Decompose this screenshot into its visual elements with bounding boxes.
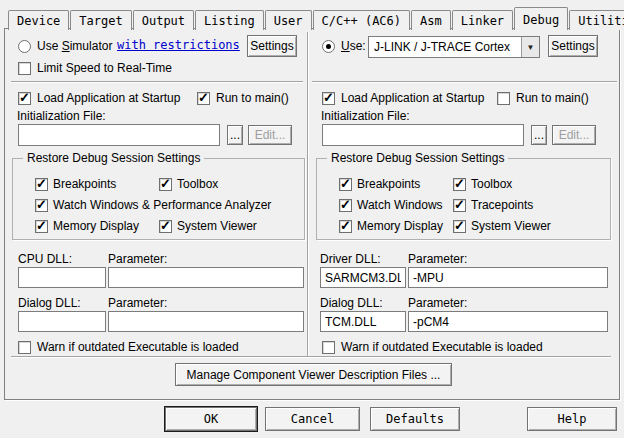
right-warn-outdated-label: Warn if outdated Executable is loaded (341, 340, 543, 354)
left-memory-display-checkbox[interactable] (35, 220, 48, 233)
cpu-dll-label: CPU DLL: (18, 252, 72, 266)
right-memory-display-checkbox[interactable] (339, 220, 352, 233)
cpu-parameter-input[interactable] (108, 267, 304, 288)
right-dialog-dll-input[interactable] (320, 311, 406, 332)
right-watch-windows-label: Watch Windows (357, 198, 443, 212)
right-warn-outdated-checkbox[interactable] (322, 341, 335, 354)
tab-c-cpp-ac6[interactable]: C/C++ (AC6) (313, 10, 410, 30)
tab-linker[interactable]: Linker (452, 10, 513, 30)
left-warn-outdated-checkbox[interactable] (18, 341, 31, 354)
left-init-file-label: Initialization File: (17, 109, 106, 123)
debug-adapter-value: J-LINK / J-TRACE Cortex (369, 37, 521, 57)
right-watch-windows-checkbox[interactable] (339, 199, 352, 212)
tab-asm[interactable]: Asm (411, 10, 451, 30)
right-system-viewer-label: System Viewer (471, 219, 551, 233)
left-dialog-parameter-input[interactable] (108, 311, 304, 332)
right-tracepoints-checkbox[interactable] (453, 199, 466, 212)
left-dialog-parameter-label: Parameter: (108, 296, 167, 310)
left-restore-group: Restore Debug Session Settings Breakpoin… (12, 158, 305, 240)
right-restore-group-title: Restore Debug Session Settings (327, 151, 508, 165)
left-system-viewer-checkbox[interactable] (159, 220, 172, 233)
right-load-app-checkbox[interactable] (322, 92, 335, 105)
tab-user[interactable]: User (265, 10, 312, 30)
driver-parameter-label: Parameter: (408, 252, 467, 266)
use-adapter-radio[interactable] (322, 40, 335, 53)
use-adapter-label: Use: (341, 39, 366, 53)
defaults-button[interactable]: Defaults (370, 407, 460, 431)
manage-component-viewer-button[interactable]: Manage Component Viewer Description File… (175, 363, 452, 386)
tab-debug[interactable]: Debug (514, 7, 568, 30)
right-init-file-browse-button[interactable]: ... (531, 125, 547, 145)
left-system-viewer-label: System Viewer (177, 219, 257, 233)
limit-speed-checkbox[interactable] (18, 62, 31, 75)
left-watch-windows-checkbox[interactable] (35, 199, 48, 212)
with-restrictions-link[interactable]: with restrictions (117, 38, 240, 52)
cpu-dll-input[interactable] (18, 267, 106, 288)
left-run-to-main-label: Run to main() (216, 91, 289, 105)
right-init-file-edit-button[interactable]: Edit... (552, 125, 596, 145)
limit-speed-label: Limit Speed to Real-Time (37, 61, 172, 75)
left-memory-display-label: Memory Display (53, 219, 139, 233)
tab-target[interactable]: Target (70, 10, 131, 30)
right-toolbox-checkbox[interactable] (453, 178, 466, 191)
use-simulator-label: Use Simulator (37, 39, 112, 53)
right-init-file-input[interactable] (322, 124, 524, 146)
column-divider (307, 32, 309, 356)
driver-dll-input[interactable] (320, 267, 406, 288)
left-dialog-dll-label: Dialog DLL: (18, 296, 81, 310)
left-top-divider (11, 81, 303, 83)
left-restore-group-title: Restore Debug Session Settings (23, 151, 204, 165)
cpu-parameter-label: Parameter: (108, 252, 167, 266)
right-dialog-dll-label: Dialog DLL: (320, 296, 383, 310)
left-run-to-main-checkbox[interactable] (197, 92, 210, 105)
debug-tab-page: Use Simulator with restrictions Settings… (4, 28, 620, 400)
left-warn-outdated-label: Warn if outdated Executable is loaded (37, 340, 239, 354)
adapter-settings-button[interactable]: Settings (548, 35, 598, 57)
right-toolbox-label: Toolbox (471, 177, 512, 191)
left-init-file-edit-button[interactable]: Edit... (248, 125, 292, 145)
options-for-target-dialog: Device Target Output Listing User C/C++ … (0, 0, 624, 438)
driver-parameter-input[interactable] (408, 267, 608, 288)
driver-dll-label: Driver DLL: (320, 252, 381, 266)
bottom-divider (11, 356, 611, 358)
tab-listing[interactable]: Listing (195, 10, 264, 30)
right-top-divider (312, 81, 617, 83)
right-run-to-main-label: Run to main() (516, 91, 589, 105)
tab-device[interactable]: Device (8, 10, 69, 30)
cancel-button[interactable]: Cancel (265, 407, 360, 431)
tab-utilities[interactable]: Utilities (569, 10, 624, 30)
ok-button[interactable]: OK (165, 407, 257, 431)
left-breakpoints-checkbox[interactable] (35, 178, 48, 191)
right-dialog-parameter-input[interactable] (408, 311, 608, 332)
help-button[interactable]: Help (527, 407, 617, 431)
debug-adapter-combobox[interactable]: J-LINK / J-TRACE Cortex ▼ (368, 36, 540, 58)
right-run-to-main-checkbox[interactable] (497, 92, 510, 105)
left-toolbox-label: Toolbox (177, 177, 218, 191)
use-simulator-radio[interactable] (18, 40, 31, 53)
left-load-app-label: Load Application at Startup (37, 91, 180, 105)
tab-output[interactable]: Output (133, 10, 194, 30)
left-init-file-input[interactable] (18, 124, 220, 146)
right-breakpoints-checkbox[interactable] (339, 178, 352, 191)
left-dialog-dll-input[interactable] (18, 311, 106, 332)
right-memory-display-label: Memory Display (357, 219, 443, 233)
left-load-app-checkbox[interactable] (18, 92, 31, 105)
chevron-down-icon[interactable]: ▼ (521, 37, 539, 57)
right-load-app-label: Load Application at Startup (341, 91, 484, 105)
left-init-file-browse-button[interactable]: ... (227, 125, 243, 145)
simulator-settings-button[interactable]: Settings (247, 35, 297, 57)
left-toolbox-checkbox[interactable] (159, 178, 172, 191)
left-breakpoints-label: Breakpoints (53, 177, 116, 191)
right-tracepoints-label: Tracepoints (471, 198, 533, 212)
right-system-viewer-checkbox[interactable] (453, 220, 466, 233)
tab-bar: Device Target Output Listing User C/C++ … (8, 7, 624, 30)
left-watch-windows-label: Watch Windows & Performance Analyzer (53, 198, 271, 212)
right-breakpoints-label: Breakpoints (357, 177, 420, 191)
right-restore-group: Restore Debug Session Settings Breakpoin… (316, 158, 611, 240)
right-dialog-parameter-label: Parameter: (408, 296, 467, 310)
right-init-file-label: Initialization File: (321, 109, 410, 123)
